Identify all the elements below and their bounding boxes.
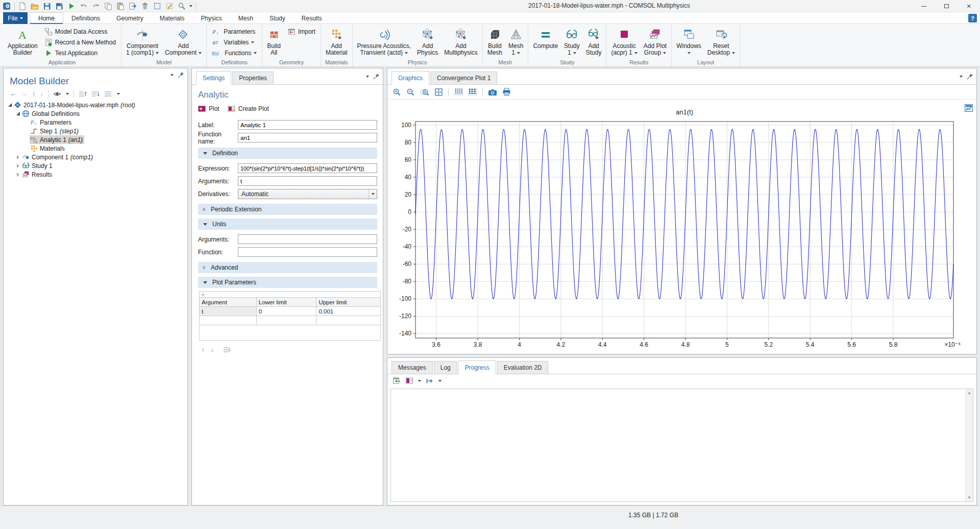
ribbon-tab-study[interactable]: Study xyxy=(261,12,293,24)
table-cell[interactable]: t xyxy=(200,307,257,316)
study-1-button[interactable]: Study1 xyxy=(561,25,582,59)
move-down-arrow-icon[interactable]: ↓ xyxy=(40,90,44,98)
build-mesh-button[interactable]: BuildMesh xyxy=(485,25,505,59)
mesh-1-button[interactable]: Mesh1 xyxy=(506,25,526,59)
auto-limits-icon[interactable] xyxy=(223,346,231,353)
tree-item-step-1[interactable]: Step 1 (step1) xyxy=(4,127,187,135)
derivatives-dropdown[interactable]: Automatic xyxy=(238,189,377,199)
move-up-arrow-icon[interactable]: ↑ xyxy=(32,90,36,98)
chevron-down-icon[interactable] xyxy=(960,76,963,78)
comsol-logo-button[interactable] xyxy=(2,2,11,11)
table-column-upper-limit[interactable]: Upper limit xyxy=(316,298,381,307)
nav-forward-icon[interactable]: → xyxy=(21,90,28,98)
import-button[interactable]: Import xyxy=(284,26,318,37)
find-button[interactable] xyxy=(177,2,186,11)
section-plot-parameters[interactable]: Plot Parameters xyxy=(198,277,377,288)
tab-messages[interactable]: Messages xyxy=(391,361,433,374)
detach-plot-icon[interactable] xyxy=(965,104,973,112)
chevron-down-icon[interactable] xyxy=(366,76,369,78)
close-button[interactable]: ✕ xyxy=(958,0,980,12)
tree-item-component-1[interactable]: Component 1 (comp1) xyxy=(4,153,187,161)
new-file-button[interactable] xyxy=(18,2,27,11)
ribbon-tab-geometry[interactable]: Geometry xyxy=(108,12,152,24)
ribbon-tab-definitions[interactable]: Definitions xyxy=(63,12,108,24)
create-plot-button[interactable]: Create Plot xyxy=(228,105,269,113)
ribbon-tab-mesh[interactable]: Mesh xyxy=(230,12,261,24)
chevron-down-icon[interactable] xyxy=(438,380,442,382)
application-builder-button[interactable]: AApplicationBuilder xyxy=(5,25,40,59)
label-input[interactable] xyxy=(238,120,377,130)
dropdown-button[interactable] xyxy=(369,189,377,199)
arguments-input[interactable] xyxy=(238,176,377,186)
ribbon-tab-results[interactable]: Results xyxy=(293,12,330,24)
plot-canvas[interactable]: 3.63.844.24.44.64.855.25.45.65.810080604… xyxy=(388,100,976,353)
save-button[interactable] xyxy=(42,2,52,11)
grid-y-icon[interactable] xyxy=(454,88,463,96)
model-data-access-button[interactable]: Model Data Access xyxy=(41,26,119,37)
pin-icon[interactable] xyxy=(967,73,973,80)
chevron-down-icon[interactable] xyxy=(117,93,120,95)
nav-back-icon[interactable]: ← xyxy=(10,90,16,98)
zoom-in-icon[interactable] xyxy=(393,88,401,97)
tree-expander-icon[interactable] xyxy=(15,112,21,115)
minimize-button[interactable] xyxy=(913,0,935,12)
color-table-icon[interactable] xyxy=(405,377,413,384)
zoom-extents-icon[interactable] xyxy=(434,88,443,97)
add-physics-button[interactable]: AddPhysics xyxy=(414,25,440,59)
tree-item-results[interactable]: Results xyxy=(4,170,187,179)
scroll-down-icon[interactable]: ▼ xyxy=(966,494,973,501)
section-advanced[interactable]: Advanced xyxy=(198,262,377,273)
move-up-icon[interactable]: ↑ xyxy=(201,346,205,353)
table-cell[interactable] xyxy=(256,316,316,325)
tree-expander-icon[interactable] xyxy=(15,164,21,168)
table-cell[interactable]: 0.001 xyxy=(316,307,381,316)
ribbon-tab-physics[interactable]: Physics xyxy=(192,12,230,24)
tab-convergence-plot-1[interactable]: Convergence Plot 1 xyxy=(430,71,497,84)
section-definition[interactable]: Definition xyxy=(198,148,377,159)
table-cell[interactable] xyxy=(316,316,381,325)
save-image-button[interactable] xyxy=(55,2,64,11)
paste-special-button[interactable] xyxy=(128,2,137,11)
clear-selection-button[interactable] xyxy=(165,2,174,11)
expression-input[interactable] xyxy=(238,163,377,173)
record-a-new-method-button[interactable]: Record a New Method xyxy=(41,37,119,47)
zoom-box-icon[interactable] xyxy=(420,88,429,97)
table-cell[interactable] xyxy=(200,316,257,325)
copy-button[interactable] xyxy=(104,2,113,11)
tab-graphics[interactable]: Graphics xyxy=(391,71,429,85)
help-button[interactable]: ? xyxy=(968,14,977,22)
reset-desktop-button[interactable]: ResetDesktop xyxy=(705,25,738,59)
build-all-button[interactable]: BuildAll xyxy=(264,25,283,59)
tab-evaluation-2d[interactable]: Evaluation 2D xyxy=(497,361,549,374)
acoustic-acpr-1-button[interactable]: Acoustic(acpr) 1 xyxy=(608,25,640,59)
compute-button[interactable]: Compute xyxy=(530,25,560,59)
table-column-lower-limit[interactable]: Lower limit xyxy=(256,298,316,307)
tab-properties[interactable]: Properties xyxy=(232,71,274,84)
delete-button[interactable] xyxy=(140,2,150,11)
expand-list-icon[interactable] xyxy=(79,90,87,98)
model-tree-options-icon[interactable] xyxy=(104,90,112,98)
tab-progress[interactable]: Progress xyxy=(458,360,496,374)
function-name-input[interactable] xyxy=(238,133,377,142)
units-function-input[interactable] xyxy=(238,247,377,257)
ribbon-tab-materials[interactable]: Materials xyxy=(152,12,193,24)
log-import-icon[interactable] xyxy=(393,377,401,384)
undo-button[interactable] xyxy=(79,2,88,11)
file-menu-button[interactable]: File xyxy=(3,12,28,24)
section-units[interactable]: Units xyxy=(198,219,377,230)
tree-expander-icon[interactable] xyxy=(15,155,21,159)
chevron-down-icon[interactable] xyxy=(418,380,421,382)
tree-item-materials[interactable]: Materials xyxy=(4,144,187,153)
add-study-button[interactable]: AddStudy xyxy=(583,25,604,59)
table-column-argument[interactable]: Argument xyxy=(200,298,257,307)
units-arguments-input[interactable] xyxy=(238,234,377,244)
tree-item-2017-01-18-model-lipus-water-mph[interactable]: 2017-01-18-Model-lipus-water.mph (root) xyxy=(4,101,187,109)
ribbon-tab-home[interactable]: Home xyxy=(30,12,63,24)
tree-item-analytic-1[interactable]: f(x)Analytic 1 (an1) xyxy=(4,135,187,144)
add-component-button[interactable]: AddComponent xyxy=(162,25,204,59)
paste-button[interactable] xyxy=(116,2,125,11)
parameters-button[interactable]: PiParameters xyxy=(209,26,260,37)
chevron-down-icon[interactable] xyxy=(189,5,192,7)
tab-settings[interactable]: Settings xyxy=(196,71,231,85)
grid-xy-icon[interactable] xyxy=(468,88,477,96)
